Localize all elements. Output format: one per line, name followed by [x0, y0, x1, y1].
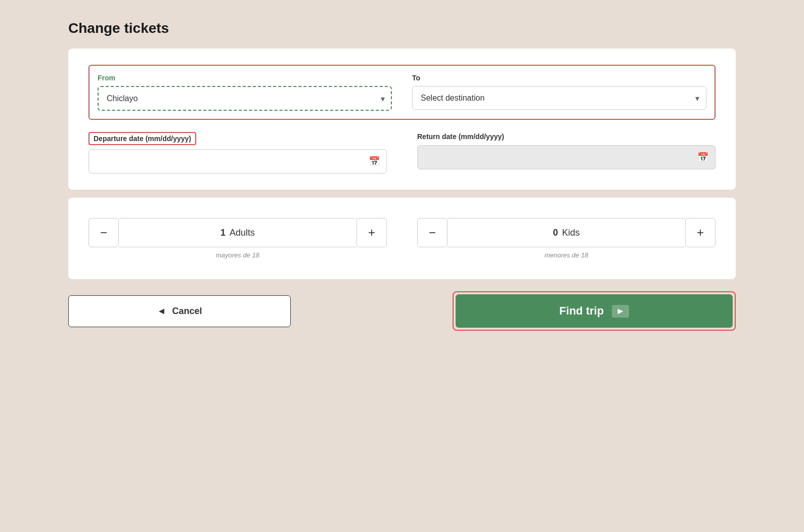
- passengers-card: − 1 Adults + mayores de 18 − 0 Kids + me…: [68, 198, 736, 279]
- kids-count: 0: [553, 228, 558, 238]
- search-card: From Chiclayo ▾ To Select destination: [68, 49, 736, 190]
- departure-input-wrapper: 📅: [88, 149, 387, 173]
- kids-increment-button[interactable]: +: [685, 218, 716, 247]
- find-trip-button[interactable]: Find trip ►: [456, 294, 733, 328]
- from-field-group: From Chiclayo ▾: [98, 74, 392, 111]
- page-title: Change tickets: [68, 20, 736, 36]
- page-container: Change tickets From Chiclayo ▾ To: [68, 20, 736, 331]
- kids-group: − 0 Kids + menores de 18: [417, 218, 716, 259]
- from-select-wrapper: Chiclayo ▾: [98, 86, 392, 111]
- find-trip-arrow-icon: ►: [612, 305, 629, 318]
- cancel-label: Cancel: [172, 306, 202, 317]
- adults-display: 1 Adults: [119, 218, 356, 247]
- adults-stepper-row: − 1 Adults +: [88, 218, 387, 247]
- return-label-wrapper: Return date (mm/dd/yyyy): [417, 132, 504, 141]
- adults-label: Adults: [230, 228, 255, 238]
- actions-row: ◄ Cancel Find trip ►: [68, 291, 736, 331]
- from-to-wrapper: From Chiclayo ▾ To Select destination: [88, 65, 716, 120]
- cancel-arrow-icon: ◄: [157, 306, 166, 317]
- return-date-input[interactable]: [417, 145, 716, 169]
- departure-label: Departure date (mm/dd/yyyy): [94, 135, 191, 143]
- kids-sublabel: menores de 18: [545, 251, 589, 259]
- kids-decrement-button[interactable]: −: [417, 218, 448, 247]
- adults-group: − 1 Adults + mayores de 18: [88, 218, 387, 259]
- cancel-button[interactable]: ◄ Cancel: [68, 295, 291, 327]
- return-label: Return date (mm/dd/yyyy): [417, 132, 504, 141]
- from-label: From: [98, 74, 392, 82]
- departure-date-group: Departure date (mm/dd/yyyy) 📅: [88, 132, 387, 173]
- adults-sublabel: mayores de 18: [216, 251, 259, 259]
- kids-label: Kids: [562, 228, 580, 238]
- return-date-group: Return date (mm/dd/yyyy) 📅: [417, 132, 716, 173]
- from-select[interactable]: Chiclayo: [98, 86, 392, 111]
- departure-label-wrapper: Departure date (mm/dd/yyyy): [88, 132, 196, 145]
- kids-display: 0 Kids: [448, 218, 685, 247]
- to-select-wrapper: Select destination ▾: [412, 86, 706, 110]
- date-section: Departure date (mm/dd/yyyy) 📅 Return dat…: [88, 132, 716, 173]
- return-input-wrapper: 📅: [417, 145, 716, 169]
- adults-decrement-button[interactable]: −: [88, 218, 119, 247]
- to-select[interactable]: Select destination: [412, 86, 706, 110]
- kids-stepper-row: − 0 Kids +: [417, 218, 716, 247]
- find-trip-label: Find trip: [559, 304, 604, 318]
- to-label: To: [412, 74, 706, 82]
- adults-increment-button[interactable]: +: [356, 218, 387, 247]
- to-field-group: To Select destination ▾: [412, 74, 706, 111]
- from-to-row: From Chiclayo ▾ To Select destination: [98, 74, 706, 111]
- departure-date-input[interactable]: [88, 149, 387, 173]
- adults-count: 1: [220, 228, 226, 238]
- find-trip-wrapper: Find trip ►: [453, 291, 736, 331]
